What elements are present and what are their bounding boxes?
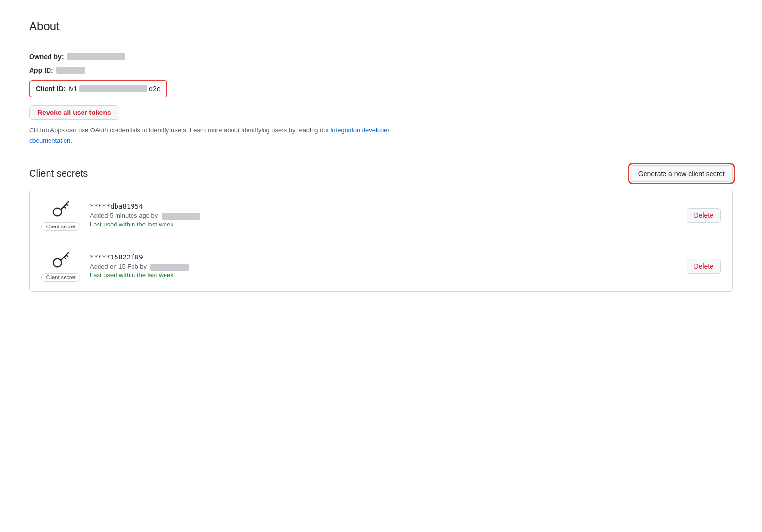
page-title: About xyxy=(29,19,733,33)
secrets-header: Client secrets Generate a new client sec… xyxy=(29,165,733,182)
secret-1-added: Added 5 minutes ago by xyxy=(90,212,687,220)
section-divider xyxy=(29,41,733,41)
secret-1-used: Last used within the last week xyxy=(90,221,687,228)
svg-point-4 xyxy=(53,258,62,267)
oauth-description: GitHub Apps can use OAuth credentials to… xyxy=(29,126,417,146)
key-icon xyxy=(51,251,70,270)
svg-line-2 xyxy=(66,204,68,205)
client-id-suffix: d2e xyxy=(149,85,160,93)
revoke-tokens-button[interactable]: Revoke all user tokens xyxy=(29,105,119,120)
secret-2-name: *****15822f89 xyxy=(90,253,687,261)
secret-1-name: *****dba81954 xyxy=(90,202,687,210)
svg-line-3 xyxy=(64,206,66,208)
owned-by-label: Owned by: xyxy=(29,53,64,61)
client-id-middle xyxy=(79,85,147,92)
secret-2-used: Last used within the last week xyxy=(90,272,687,279)
generate-secret-button[interactable]: Generate a new client secret xyxy=(630,165,733,182)
description-text-after: . xyxy=(70,137,72,144)
table-row: Client secret *****dba81954 Added 5 minu… xyxy=(30,190,732,241)
client-id-label: Client ID: xyxy=(36,85,66,93)
client-id-prefix: lv1 xyxy=(68,85,77,93)
table-row: Client secret *****15822f89 Added on 15 … xyxy=(30,241,732,291)
svg-point-0 xyxy=(53,208,62,216)
svg-line-7 xyxy=(64,257,66,258)
owned-by-row: Owned by: xyxy=(29,53,733,61)
delete-secret-1-button[interactable]: Delete xyxy=(687,208,721,223)
delete-secret-2-button[interactable]: Delete xyxy=(687,259,721,274)
client-secret-badge: Client secret xyxy=(41,273,80,282)
secrets-list: Client secret *****dba81954 Added 5 minu… xyxy=(29,190,733,292)
secret-2-info: *****15822f89 Added on 15 Feb by Last us… xyxy=(90,253,687,279)
secret-2-icon-area: Client secret xyxy=(41,251,80,282)
owned-by-value xyxy=(67,53,125,60)
secret-1-info: *****dba81954 Added 5 minutes ago by Las… xyxy=(90,202,687,228)
svg-line-6 xyxy=(66,255,68,256)
client-id-row: Client ID: lv1 d2e xyxy=(29,80,167,97)
secret-1-icon-area: Client secret xyxy=(41,200,80,231)
secret-2-added: Added on 15 Feb by xyxy=(90,263,687,271)
app-id-label: App ID: xyxy=(29,66,53,74)
secrets-title: Client secrets xyxy=(29,168,88,179)
app-id-value xyxy=(56,67,85,74)
description-text-before: GitHub Apps can use OAuth credentials to… xyxy=(29,127,331,134)
key-icon xyxy=(51,200,70,219)
app-id-row: App ID: xyxy=(29,66,733,74)
client-secret-badge: Client secret xyxy=(41,222,80,231)
